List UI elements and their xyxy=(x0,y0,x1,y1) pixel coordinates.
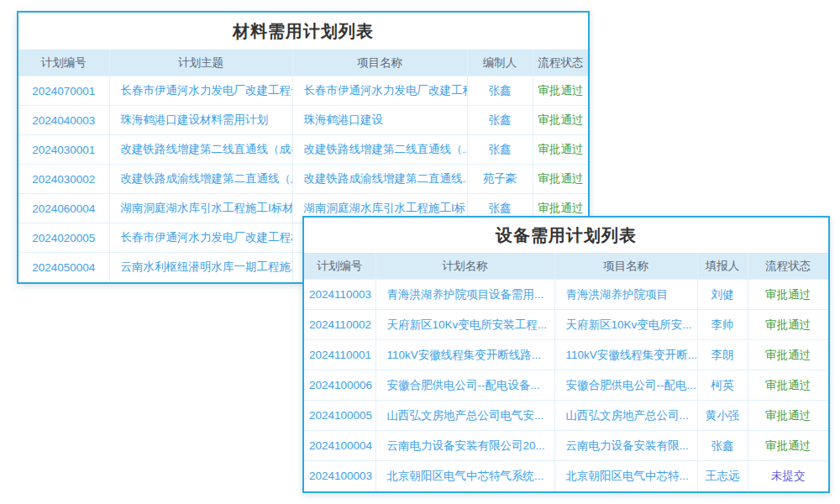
table-row: 2024100006安徽合肥供电公司--配电设备...安徽合肥供电公司--配电.… xyxy=(304,370,828,401)
cell-person: 刘健 xyxy=(697,280,748,310)
header-row: 计划编号计划名称项目名称填报人流程状态 xyxy=(304,254,828,280)
cell-person: 黄小强 xyxy=(697,401,748,431)
column-header: 流程状态 xyxy=(533,50,588,76)
cell-project-name[interactable]: 青海洪湖养护院项目 xyxy=(554,280,697,310)
cell-plan-no[interactable]: 2024030001 xyxy=(18,135,109,165)
column-header: 填报人 xyxy=(697,254,748,280)
cell-project-name[interactable]: 改建铁路成渝线增建第二直通线... xyxy=(292,165,467,194)
table-row: 2024030002改建铁路成渝线增建第二直通线（成...改建铁路成渝线增建第二… xyxy=(18,165,588,194)
cell-plan-no[interactable]: 2024100005 xyxy=(304,401,375,431)
cell-plan-title[interactable]: 长春市伊通河水力发电厂改建工程材... xyxy=(109,223,292,253)
cell-status: 审批通过 xyxy=(748,280,828,310)
column-header: 计划编号 xyxy=(304,254,375,280)
cell-plan-no[interactable]: 2024030002 xyxy=(18,165,109,194)
table-row: 2024110002天府新区10Kv变电所安装工程...天府新区10Kv变电所安… xyxy=(304,310,828,340)
cell-project-name[interactable]: 长春市伊通河水力发电厂改建工程 xyxy=(292,76,467,106)
cell-status: 未提交 xyxy=(748,461,828,491)
cell-project-name[interactable]: 珠海鹤港口建设 xyxy=(292,106,467,135)
cell-person: 柯英 xyxy=(697,370,748,401)
header-row: 计划编号计划主题项目名称编制人流程状态 xyxy=(18,50,588,76)
cell-status: 审批通过 xyxy=(748,370,828,401)
table-row: 2024100003北京朝阳区电气中芯特气系统...北京朝阳区电气中芯特...王… xyxy=(304,461,828,491)
cell-plan-title[interactable]: 云南水利枢纽潜明水库一期工程施工... xyxy=(109,253,292,282)
table-row: 2024110003青海洪湖养护院项目设备需用...青海洪湖养护院项目刘健审批通… xyxy=(304,280,828,310)
cell-status: 审批通过 xyxy=(533,165,588,194)
cell-person: 张鑫 xyxy=(467,135,533,165)
cell-plan-title[interactable]: 青海洪湖养护院项目设备需用... xyxy=(375,280,554,310)
cell-plan-title[interactable]: 安徽合肥供电公司--配电设备... xyxy=(375,370,554,401)
cell-plan-no[interactable]: 2024100003 xyxy=(304,461,375,491)
cell-project-name[interactable]: 改建铁路线增建第二线直通线（... xyxy=(292,135,467,165)
cell-plan-no[interactable]: 2024100004 xyxy=(304,431,375,461)
material-plan-title: 材料需用计划列表 xyxy=(18,13,588,50)
cell-person: 苑子豪 xyxy=(467,165,533,194)
column-header: 项目名称 xyxy=(292,50,467,76)
table-row: 2024100004云南电力设备安装有限公司20...云南电力设备安装有限...… xyxy=(304,431,828,461)
table-row: 2024070001长春市伊通河水力发电厂改建工程合...长春市伊通河水力发电厂… xyxy=(18,76,588,106)
cell-person: 张鑫 xyxy=(697,431,748,461)
cell-plan-no[interactable]: 2024070001 xyxy=(18,76,109,106)
cell-plan-no[interactable]: 2024100006 xyxy=(304,370,375,401)
column-header: 计划编号 xyxy=(18,50,109,76)
equipment-plan-title: 设备需用计划列表 xyxy=(304,218,828,253)
cell-plan-no[interactable]: 2024020005 xyxy=(18,223,109,253)
cell-project-name[interactable]: 110kV安徽线程集变开断... xyxy=(554,340,697,370)
cell-plan-no[interactable]: 2024110003 xyxy=(304,280,375,310)
cell-plan-no[interactable]: 2024110002 xyxy=(304,310,375,340)
column-header: 流程状态 xyxy=(748,254,828,280)
cell-plan-title[interactable]: 长春市伊通河水力发电厂改建工程合... xyxy=(109,76,292,106)
table-row: 2024100005山西弘文房地产总公司电气安...山西弘文房地产总公司...黄… xyxy=(304,401,828,431)
cell-person: 李朗 xyxy=(697,340,748,370)
column-header: 项目名称 xyxy=(554,254,697,280)
cell-person: 张鑫 xyxy=(467,106,533,135)
cell-status: 审批通过 xyxy=(748,310,828,340)
table-row: 2024110001110kV安徽线程集变开断线路...110kV安徽线程集变开… xyxy=(304,340,828,370)
cell-plan-title[interactable]: 改建铁路线增建第二线直通线（成都... xyxy=(109,135,292,165)
column-header: 计划主题 xyxy=(109,50,292,76)
cell-plan-title[interactable]: 山西弘文房地产总公司电气安... xyxy=(375,401,554,431)
cell-status: 审批通过 xyxy=(748,340,828,370)
equipment-plan-panel: 设备需用计划列表 计划编号计划名称项目名称填报人流程状态2024110003青海… xyxy=(302,216,830,493)
cell-project-name[interactable]: 北京朝阳区电气中芯特... xyxy=(554,461,697,491)
cell-status: 审批通过 xyxy=(533,135,588,165)
cell-plan-title[interactable]: 珠海鹤港口建设材料需用计划 xyxy=(109,106,292,135)
cell-status: 审批通过 xyxy=(748,401,828,431)
cell-plan-no[interactable]: 2024060004 xyxy=(18,194,109,223)
cell-project-name[interactable]: 天府新区10Kv变电所安... xyxy=(554,310,697,340)
table-row: 2024030001改建铁路线增建第二线直通线（成都...改建铁路线增建第二线直… xyxy=(18,135,588,165)
cell-plan-title[interactable]: 改建铁路成渝线增建第二直通线（成... xyxy=(109,165,292,194)
cell-status: 审批通过 xyxy=(533,76,588,106)
cell-plan-title[interactable]: 湖南洞庭湖水库引水工程施工I标材... xyxy=(109,194,292,223)
cell-plan-title[interactable]: 110kV安徽线程集变开断线路... xyxy=(375,340,554,370)
cell-plan-no[interactable]: 2024110001 xyxy=(304,340,375,370)
cell-project-name[interactable]: 安徽合肥供电公司--配电... xyxy=(554,370,697,401)
column-header: 计划名称 xyxy=(375,254,554,280)
cell-plan-title[interactable]: 天府新区10Kv变电所安装工程... xyxy=(375,310,554,340)
cell-project-name[interactable]: 云南电力设备安装有限... xyxy=(554,431,697,461)
column-header: 编制人 xyxy=(467,50,533,76)
equipment-plan-table: 计划编号计划名称项目名称填报人流程状态2024110003青海洪湖养护院项目设备… xyxy=(304,253,828,491)
cell-person: 张鑫 xyxy=(467,76,533,106)
table-row: 2024040003珠海鹤港口建设材料需用计划珠海鹤港口建设张鑫审批通过 xyxy=(18,106,588,135)
cell-plan-title[interactable]: 云南电力设备安装有限公司20... xyxy=(375,431,554,461)
cell-status: 审批通过 xyxy=(533,106,588,135)
cell-plan-no[interactable]: 2024040003 xyxy=(18,106,109,135)
cell-person: 王志远 xyxy=(697,461,748,491)
cell-plan-title[interactable]: 北京朝阳区电气中芯特气系统... xyxy=(375,461,554,491)
cell-project-name[interactable]: 山西弘文房地产总公司... xyxy=(554,401,697,431)
cell-status: 审批通过 xyxy=(748,431,828,461)
cell-person: 李帅 xyxy=(697,310,748,340)
cell-plan-no[interactable]: 2024050004 xyxy=(18,253,109,282)
